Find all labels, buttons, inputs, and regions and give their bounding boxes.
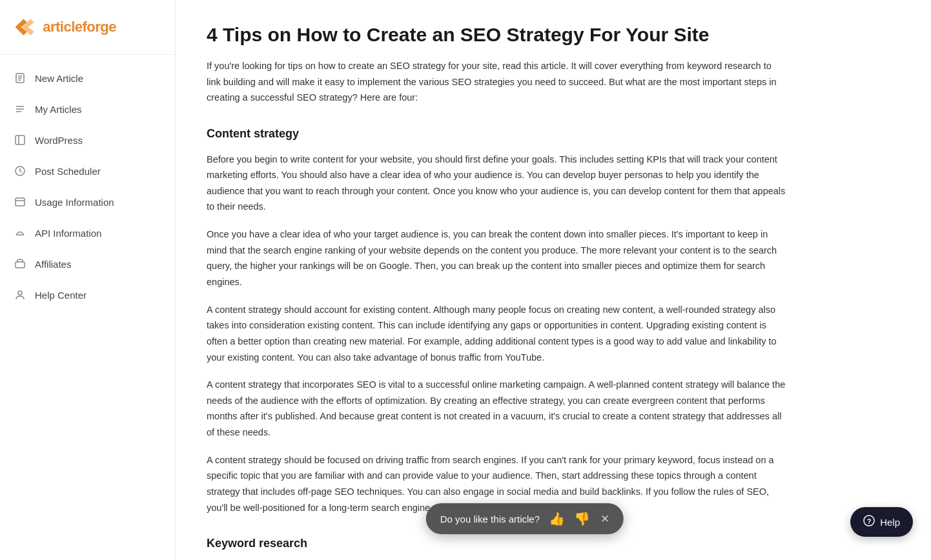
new-article-icon [13, 71, 27, 85]
logo-text-article: article [43, 19, 82, 35]
wordpress-icon [13, 133, 27, 147]
usage-information-icon [13, 195, 27, 209]
help-button[interactable]: ? Help [850, 507, 913, 537]
section-0-para-1: Once you have a clear idea of who your t… [207, 226, 788, 290]
svg-point-16 [18, 291, 22, 295]
section-heading-1: Keyword research [207, 534, 788, 554]
section-heading-0: Content strategy [207, 124, 788, 144]
section-0-para-0: Before you begin to write content for yo… [207, 152, 788, 215]
sidebar-label-affiliates: Affiliates [35, 259, 71, 270]
svg-rect-9 [15, 135, 25, 145]
sidebar-item-affiliates[interactable]: Affiliates [0, 248, 175, 279]
section-0-para-2: A content strategy should account for ex… [207, 302, 788, 366]
sidebar-item-wordpress[interactable]: WordPress [0, 125, 175, 155]
sidebar-item-api-information[interactable]: API Information [0, 217, 175, 248]
sidebar-label-usage-information: Usage Information [35, 197, 114, 208]
sidebar-label-my-articles: My Articles [35, 104, 82, 115]
article-intro: If you're looking for tips on how to cre… [207, 58, 788, 106]
logo-text-forge: forge [83, 19, 117, 35]
affiliates-icon [13, 257, 27, 271]
sidebar-item-usage-information[interactable]: Usage Information [0, 186, 175, 217]
logo-icon [13, 13, 39, 41]
help-icon: ? [863, 515, 875, 529]
section-0-para-3: A content strategy that incorporates SEO… [207, 377, 788, 441]
sidebar-item-post-scheduler[interactable]: Post Scheduler [0, 155, 175, 186]
popup-close-button[interactable]: ✕ [600, 512, 609, 526]
sidebar-label-new-article: New Article [35, 73, 83, 84]
thumbs-down-button[interactable]: 👎 [574, 511, 590, 526]
post-scheduler-icon [13, 164, 27, 178]
my-articles-icon [13, 102, 27, 116]
thumbs-up-button[interactable]: 👍 [549, 511, 565, 526]
sidebar-nav: New Article My Articles WordPress Post S… [0, 55, 175, 560]
sidebar-label-api-information: API Information [35, 228, 101, 239]
main-content: 4 Tips on How to Create an SEO Strategy … [176, 0, 931, 560]
logo[interactable]: articleforge [13, 12, 116, 43]
article-title: 4 Tips on How to Create an SEO Strategy … [207, 23, 788, 46]
logo-text: articleforge [43, 19, 116, 35]
svg-text:?: ? [867, 517, 872, 525]
api-information-icon [13, 226, 27, 240]
svg-rect-15 [15, 262, 25, 268]
like-question: Do you like this article? [440, 514, 540, 525]
sidebar-item-help-center[interactable]: Help Center [0, 279, 175, 310]
like-popup: Do you like this article? 👍 👎 ✕ [426, 503, 624, 534]
sidebar: articleforge New Article My Articles Wor… [0, 0, 176, 560]
sidebar-label-post-scheduler: Post Scheduler [35, 166, 101, 177]
help-center-icon [13, 288, 27, 302]
svg-rect-12 [15, 198, 25, 206]
logo-area: articleforge [0, 0, 175, 55]
sidebar-label-help-center: Help Center [35, 290, 87, 301]
sidebar-label-wordpress: WordPress [35, 135, 83, 146]
sidebar-item-my-articles[interactable]: My Articles [0, 94, 175, 125]
article-body: 4 Tips on How to Create an SEO Strategy … [207, 23, 788, 560]
sidebar-item-new-article[interactable]: New Article [0, 63, 175, 94]
help-label: Help [880, 517, 900, 528]
